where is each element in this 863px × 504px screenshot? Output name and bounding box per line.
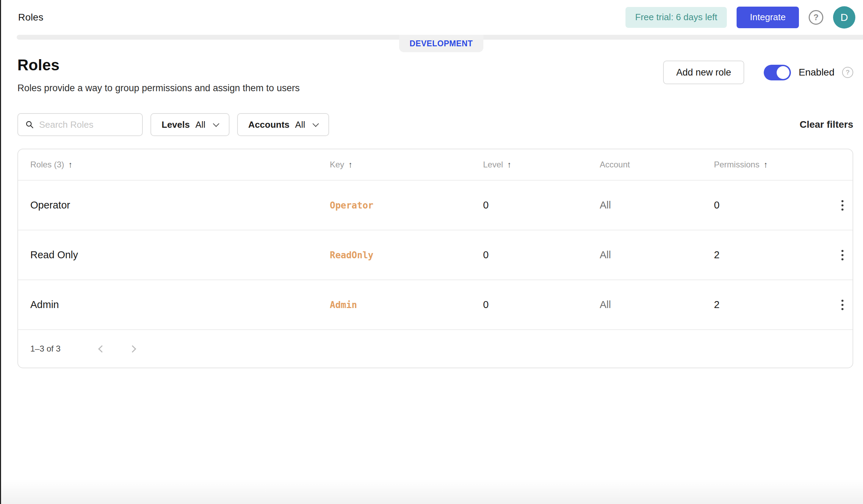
column-header-key-label: Key bbox=[330, 160, 344, 170]
role-account-cell: All bbox=[600, 199, 714, 211]
kebab-dots-icon bbox=[841, 300, 843, 302]
column-header-roles: Roles (3) bbox=[30, 160, 330, 170]
chevron-left-icon bbox=[98, 345, 106, 352]
row-menu-kebab-icon[interactable] bbox=[835, 195, 850, 216]
role-level-cell: 0 bbox=[483, 199, 600, 211]
sort-asc-icon[interactable] bbox=[68, 160, 72, 170]
page-header-text: Roles Roles provide a way to group permi… bbox=[17, 56, 300, 94]
table-header-row: Roles (3) Key Level Account Permissions bbox=[18, 149, 853, 181]
clear-filters-button[interactable]: Clear filters bbox=[800, 119, 853, 130]
column-header-level-label: Level bbox=[483, 160, 503, 170]
chevron-right-icon bbox=[129, 345, 136, 352]
levels-filter-value: All bbox=[195, 119, 205, 130]
integrate-button[interactable]: Integrate bbox=[737, 7, 799, 28]
chevron-down-icon bbox=[213, 120, 219, 127]
environment-strip-wrap: DEVELOPMENT bbox=[0, 35, 863, 40]
page-subtitle: Roles provide a way to group permissions… bbox=[17, 83, 300, 94]
column-header-level: Level bbox=[483, 160, 600, 170]
table-body: Operator Operator 0 All 0 Read Only Read… bbox=[18, 181, 853, 330]
next-page-icon[interactable] bbox=[127, 342, 141, 356]
row-actions bbox=[835, 245, 853, 266]
filters-bar: Levels All Accounts All Clear filters bbox=[0, 94, 863, 136]
role-name-cell: Read Only bbox=[30, 249, 330, 261]
search-roles-box[interactable] bbox=[17, 113, 143, 136]
search-roles-input[interactable] bbox=[39, 119, 135, 130]
topbar-actions: Free trial: 6 days left Integrate D bbox=[625, 6, 855, 29]
table-row[interactable]: Operator Operator 0 All 0 bbox=[18, 181, 853, 230]
sort-asc-icon[interactable] bbox=[348, 160, 352, 170]
page-header-actions: Add new role Enabled bbox=[663, 61, 853, 84]
enabled-label: Enabled bbox=[799, 67, 834, 78]
enabled-help-icon[interactable] bbox=[842, 67, 853, 78]
page-title: Roles bbox=[17, 56, 300, 74]
levels-filter-dropdown[interactable]: Levels All bbox=[150, 113, 230, 136]
column-header-permissions: Permissions bbox=[714, 160, 835, 170]
role-level-cell: 0 bbox=[483, 249, 600, 261]
topbar-title: Roles bbox=[18, 12, 44, 23]
environment-chip: DEVELOPMENT bbox=[399, 35, 483, 52]
kebab-dots-icon bbox=[841, 250, 843, 252]
bottom-fade bbox=[0, 480, 863, 504]
role-key-cell: Admin bbox=[330, 300, 483, 310]
avatar[interactable]: D bbox=[833, 6, 855, 29]
role-key-cell: Operator bbox=[330, 200, 483, 211]
enabled-toggle-group: Enabled bbox=[764, 65, 853, 80]
role-permissions-cell: 0 bbox=[714, 199, 835, 211]
column-header-permissions-label: Permissions bbox=[714, 160, 760, 170]
search-icon bbox=[25, 119, 34, 130]
levels-filter-label: Levels bbox=[162, 119, 190, 130]
pagination-nav bbox=[94, 342, 141, 356]
role-name-cell: Operator bbox=[30, 199, 330, 211]
row-actions bbox=[835, 195, 853, 216]
sidebar-edge-divider bbox=[0, 0, 1, 504]
sort-asc-icon[interactable] bbox=[764, 160, 768, 170]
add-new-role-button[interactable]: Add new role bbox=[663, 61, 745, 84]
chevron-down-icon bbox=[313, 120, 319, 127]
row-menu-kebab-icon[interactable] bbox=[835, 245, 850, 266]
pagination-range-label: 1–3 of 3 bbox=[30, 344, 61, 354]
table-row[interactable]: Admin Admin 0 All 2 bbox=[18, 280, 853, 330]
previous-page-icon[interactable] bbox=[94, 342, 108, 356]
role-key-cell: ReadOnly bbox=[330, 250, 483, 260]
roles-page: Roles Free trial: 6 days left Integrate … bbox=[0, 0, 863, 504]
role-permissions-cell: 2 bbox=[714, 249, 835, 261]
column-header-key: Key bbox=[330, 160, 483, 170]
enabled-toggle[interactable] bbox=[764, 65, 791, 80]
role-permissions-cell: 2 bbox=[714, 299, 835, 310]
row-actions bbox=[835, 294, 853, 315]
role-level-cell: 0 bbox=[483, 299, 600, 310]
roles-table: Roles (3) Key Level Account Permissions bbox=[17, 149, 853, 368]
accounts-filter-label: Accounts bbox=[248, 119, 289, 130]
top-bar: Roles Free trial: 6 days left Integrate … bbox=[0, 0, 863, 35]
pagination-bar: 1–3 of 3 bbox=[18, 330, 853, 368]
column-header-account: Account bbox=[600, 160, 714, 170]
column-header-roles-label: Roles (3) bbox=[30, 160, 64, 170]
kebab-dots-icon bbox=[841, 200, 843, 202]
role-account-cell: All bbox=[600, 249, 714, 261]
row-menu-kebab-icon[interactable] bbox=[835, 294, 850, 315]
help-icon[interactable] bbox=[809, 10, 823, 25]
column-header-account-label: Account bbox=[600, 160, 630, 170]
accounts-filter-value: All bbox=[295, 119, 305, 130]
sort-asc-icon[interactable] bbox=[507, 160, 511, 170]
toggle-knob-icon bbox=[777, 66, 790, 79]
accounts-filter-dropdown[interactable]: Accounts All bbox=[237, 113, 329, 136]
table-row[interactable]: Read Only ReadOnly 0 All 2 bbox=[18, 230, 853, 280]
role-name-cell: Admin bbox=[30, 299, 330, 310]
free-trial-badge: Free trial: 6 days left bbox=[625, 7, 727, 27]
role-account-cell: All bbox=[600, 299, 714, 310]
